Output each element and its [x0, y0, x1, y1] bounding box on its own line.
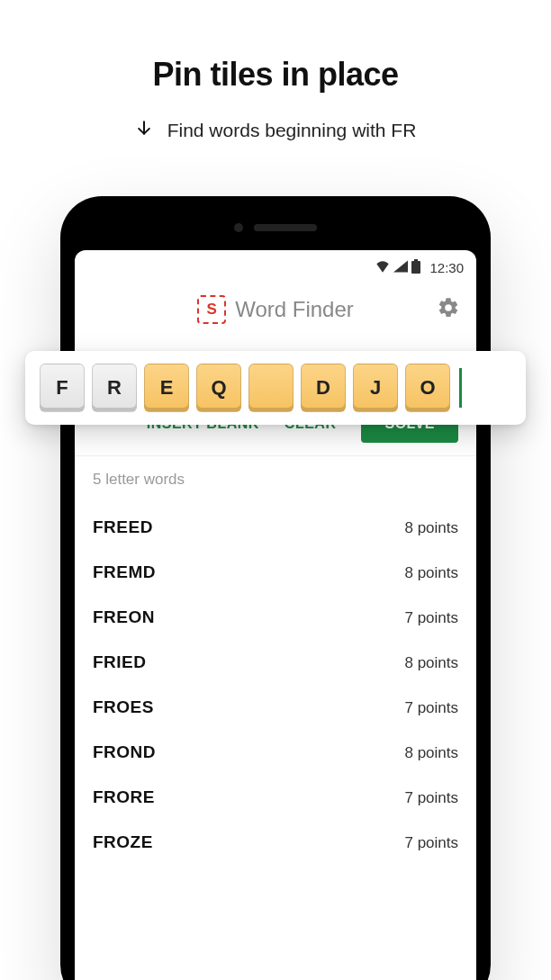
tile-d[interactable]: D: [301, 364, 346, 412]
tile-j[interactable]: J: [353, 364, 398, 412]
result-points: 7 points: [404, 834, 458, 852]
result-row[interactable]: FREON7 points: [93, 595, 458, 640]
phone-sensor: [234, 223, 317, 232]
result-row[interactable]: FREED8 points: [93, 505, 458, 550]
result-points: 8 points: [404, 654, 458, 672]
result-word: FROND: [93, 742, 156, 762]
result-points: 8 points: [404, 519, 458, 537]
tile-f[interactable]: F: [40, 364, 85, 412]
status-time: 12:30: [429, 260, 464, 275]
result-word: FRORE: [93, 787, 155, 807]
battery-icon: [411, 259, 420, 276]
tile-r[interactable]: R: [92, 364, 137, 412]
result-row[interactable]: FROZE7 points: [93, 820, 458, 865]
result-row[interactable]: FROES7 points: [93, 685, 458, 730]
result-word: FREMD: [93, 562, 156, 582]
arrow-down-icon: [135, 119, 153, 141]
app-header: S Word Finder: [75, 284, 476, 335]
result-word: FREON: [93, 607, 155, 627]
page-subhead: Find words beginning with FR: [0, 119, 551, 141]
result-points: 7 points: [404, 789, 458, 807]
svg-rect-1: [414, 259, 418, 261]
svg-rect-2: [411, 261, 420, 274]
wifi-icon: [375, 260, 390, 275]
tile-q[interactable]: Q: [196, 364, 241, 412]
page-headline: Pin tiles in place: [0, 56, 551, 94]
signal-icon: [393, 260, 408, 275]
gear-icon[interactable]: [437, 296, 460, 323]
result-word: FRIED: [93, 652, 147, 672]
result-word: FROZE: [93, 832, 153, 852]
result-word: FREED: [93, 517, 153, 537]
result-points: 7 points: [404, 699, 458, 717]
result-row[interactable]: FRORE7 points: [93, 775, 458, 820]
results-list[interactable]: 5 letter words FREED8 pointsFREMD8 point…: [75, 456, 476, 980]
phone-frame: 12:30 S Word Finder INSERT BLANK CLEAR S…: [60, 196, 491, 980]
tile-blank[interactable]: [248, 364, 294, 412]
app-logo-icon: S: [197, 295, 226, 324]
text-cursor: [459, 368, 462, 408]
result-points: 8 points: [404, 744, 458, 762]
result-word: FROES: [93, 697, 154, 717]
results-section-label: 5 letter words: [93, 471, 458, 489]
result-points: 7 points: [404, 609, 458, 627]
result-row[interactable]: FROND8 points: [93, 730, 458, 775]
tile-e[interactable]: E: [144, 364, 189, 412]
result-row[interactable]: FRIED8 points: [93, 640, 458, 685]
tile-tray[interactable]: FREQDJO: [25, 351, 526, 425]
subhead-text: Find words beginning with FR: [167, 120, 417, 141]
result-row[interactable]: FREMD8 points: [93, 550, 458, 595]
status-bar: 12:30: [75, 250, 476, 284]
tile-o[interactable]: O: [405, 364, 450, 412]
result-points: 8 points: [404, 564, 458, 582]
app-title: Word Finder: [235, 297, 354, 322]
